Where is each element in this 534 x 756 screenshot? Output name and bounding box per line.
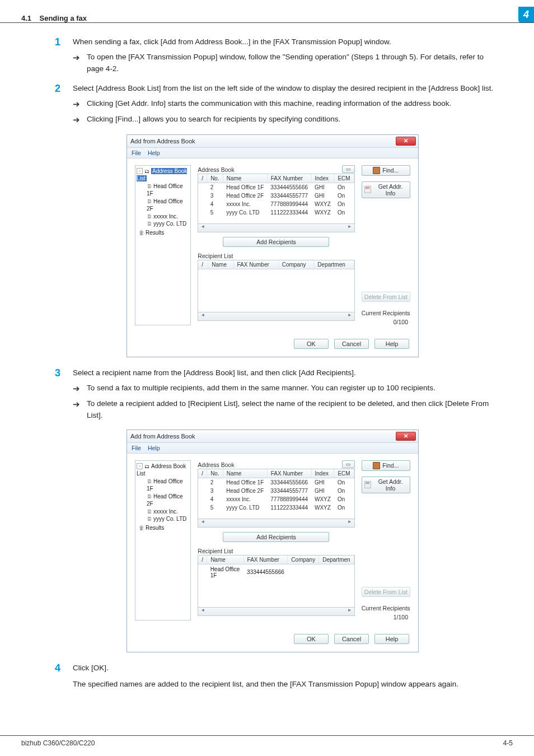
- doc-icon: 🗎: [147, 508, 152, 516]
- tree-view[interactable]: −🗂Address Book List 🗎Head Office 1F 🗎Hea…: [135, 460, 191, 620]
- ok-button[interactable]: OK: [294, 339, 329, 349]
- add-recipients-button[interactable]: Add Recipients: [223, 532, 329, 542]
- results-icon: 🗑: [139, 229, 144, 237]
- step-subtext: Clicking [Find...] allows you to search …: [87, 114, 340, 127]
- table-row[interactable]: 4xxxxx Inc.777888999444WXYZOn: [198, 200, 354, 208]
- step-aftertext: The specified names are added to the rec…: [73, 679, 458, 690]
- rcol-name[interactable]: Name: [208, 260, 233, 269]
- step-subtext: To delete a recipient added to [Recipien…: [87, 398, 495, 422]
- tree-view[interactable]: −🗂Address Book List 🗎Head Office 1F 🗎Hea…: [135, 165, 191, 325]
- table-row[interactable]: 5yyyy Co. LTD111222333444WXYZOn: [198, 503, 354, 512]
- help-button[interactable]: Help: [374, 634, 409, 644]
- recipient-list[interactable]: /NameFAX NumberCompanyDepartmen Head Off…: [198, 555, 354, 608]
- menu-help[interactable]: Help: [148, 445, 160, 451]
- window-title: Add from Address Book: [130, 433, 195, 440]
- table-row[interactable]: 5yyyy Co. LTD111222333444WXYZOn: [198, 208, 354, 217]
- tree-item[interactable]: xxxxx Inc.: [153, 508, 178, 515]
- step-text: Click [OK].: [73, 662, 458, 674]
- recipient-list[interactable]: / Name FAX Number Company Departmen: [198, 260, 354, 312]
- doc-icon: 🗎: [147, 213, 152, 221]
- menu-bar: File Help: [127, 148, 418, 158]
- folder-icon: 🗂: [144, 464, 149, 469]
- horizontal-scrollbar[interactable]: [198, 312, 354, 321]
- get-addr-info-button[interactable]: Get Addr. Info: [362, 181, 410, 198]
- horizontal-scrollbar[interactable]: [198, 224, 354, 232]
- arrow-icon: ➔: [73, 382, 80, 395]
- address-book-list[interactable]: /No.NameFAX NumberIndexECM 2Head Office …: [198, 469, 354, 519]
- rcol-mark[interactable]: /: [198, 260, 208, 269]
- table-row[interactable]: 2Head Office 1F333444555666GHIOn: [198, 183, 354, 192]
- menu-bar: File Help: [127, 443, 418, 454]
- delete-from-list-button[interactable]: Delete From List: [362, 292, 410, 302]
- window-close-button[interactable]: ✕: [396, 137, 416, 146]
- address-book-label: Address Book: [198, 461, 234, 468]
- results-icon: 🗑: [139, 524, 144, 532]
- tree-item[interactable]: yyyy Co. LTD: [153, 516, 186, 522]
- tree-results[interactable]: Results: [146, 230, 164, 236]
- col-name[interactable]: Name: [223, 174, 267, 183]
- table-row[interactable]: 3Head Office 2F333444555777GHIOn: [198, 487, 354, 495]
- step-number: 3: [50, 367, 60, 423]
- menu-help[interactable]: Help: [148, 150, 160, 156]
- tree-results[interactable]: Results: [146, 525, 164, 531]
- doc-icon: 🗎: [147, 198, 152, 206]
- card-icon: [364, 186, 371, 193]
- chapter-badge: 4: [518, 7, 534, 22]
- col-fax[interactable]: FAX Number: [267, 174, 311, 183]
- footer-page: 4-5: [503, 739, 513, 747]
- rcol-dept[interactable]: Departmen: [314, 260, 354, 269]
- ok-button[interactable]: OK: [294, 634, 329, 644]
- col-ecm[interactable]: ECM: [334, 174, 354, 183]
- mini-button[interactable]: ▭: [342, 165, 355, 173]
- col-index[interactable]: Index: [311, 174, 334, 183]
- tree-item[interactable]: yyyy Co. LTD: [153, 221, 186, 227]
- dialog-add-from-address-book: Add from Address Book ✕ File Help −🗂Addr…: [127, 430, 419, 652]
- arrow-icon: ➔: [73, 98, 80, 111]
- current-recipients-count: 1/100: [362, 614, 410, 620]
- arrow-icon: ➔: [73, 398, 80, 422]
- cancel-button[interactable]: Cancel: [334, 634, 369, 644]
- step-number: 4: [50, 662, 60, 690]
- rcol-company[interactable]: Company: [278, 260, 314, 269]
- doc-icon: 🗎: [147, 220, 152, 228]
- step-subtext: Clicking [Get Addr. Info] starts the com…: [87, 98, 451, 111]
- current-recipients-count: 0/100: [362, 319, 410, 325]
- col-no[interactable]: No.: [207, 174, 223, 183]
- arrow-icon: ➔: [73, 114, 80, 127]
- section-heading: 4.1 Sending a fax: [21, 14, 518, 22]
- recipient-row[interactable]: Head Office 1F333444555666: [198, 564, 354, 580]
- tree-item[interactable]: xxxxx Inc.: [153, 213, 178, 220]
- table-row[interactable]: 4xxxxx Inc.777888999444WXYZOn: [198, 495, 354, 503]
- mini-button[interactable]: ▭: [342, 460, 355, 468]
- rcol-fax[interactable]: FAX Number: [233, 260, 278, 269]
- get-addr-info-button[interactable]: Get Addr. Info: [362, 477, 410, 493]
- current-recipients-label: Current Recipients: [362, 605, 410, 612]
- book-icon: [373, 167, 380, 174]
- menu-file[interactable]: File: [132, 150, 141, 156]
- recipient-list-label: Recipient List: [198, 253, 233, 259]
- address-book-list[interactable]: / No. Name FAX Number Index ECM 2Head Of…: [198, 174, 354, 224]
- recipient-list-label: Recipient List: [198, 548, 233, 554]
- doc-icon: 🗎: [147, 493, 152, 501]
- window-title: Add from Address Book: [130, 138, 195, 144]
- step-text: Select a recipient name from the [Addres…: [73, 367, 495, 379]
- find-button[interactable]: Find...: [362, 460, 410, 471]
- help-button[interactable]: Help: [374, 339, 409, 349]
- step-text: When sending a fax, click [Add from Addr…: [73, 36, 495, 48]
- horizontal-scrollbar[interactable]: [198, 519, 354, 528]
- window-close-button[interactable]: ✕: [396, 432, 416, 441]
- horizontal-scrollbar[interactable]: [198, 608, 354, 616]
- dialog-add-from-address-book: Add from Address Book ✕ File Help −🗂Addr…: [127, 134, 419, 357]
- cancel-button[interactable]: Cancel: [334, 339, 369, 349]
- card-icon: [364, 481, 371, 488]
- step-text: Select [Address Book List] from the list…: [73, 83, 493, 95]
- table-row[interactable]: 2Head Office 1F333444555666GHIOn: [198, 478, 354, 487]
- table-row[interactable]: 3Head Office 2F333444555777GHIOn: [198, 192, 354, 200]
- menu-file[interactable]: File: [132, 445, 141, 451]
- footer-model: bizhub C360/C280/C220: [21, 739, 95, 747]
- address-book-label: Address Book: [198, 166, 234, 173]
- add-recipients-button[interactable]: Add Recipients: [223, 237, 329, 247]
- delete-from-list-button[interactable]: Delete From List: [362, 587, 410, 597]
- col-mark[interactable]: /: [198, 174, 207, 183]
- find-button[interactable]: Find...: [362, 165, 410, 176]
